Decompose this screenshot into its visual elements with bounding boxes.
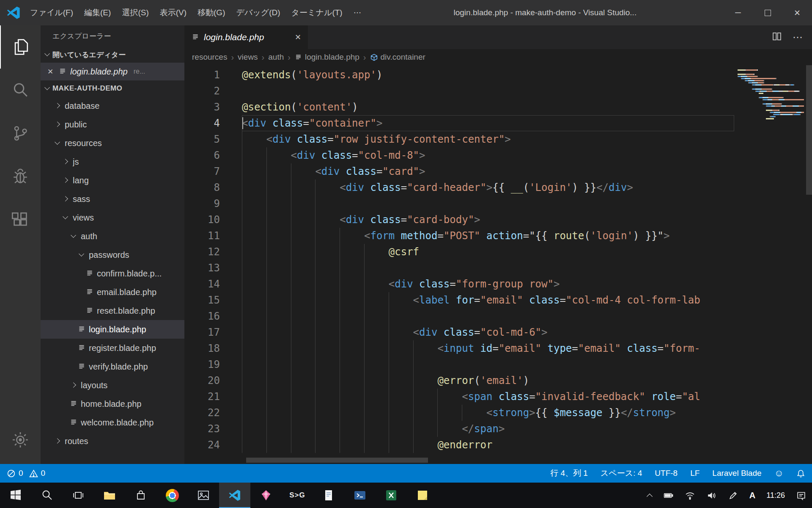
tree-folder-lang[interactable]: lang: [41, 171, 184, 190]
code-line-14[interactable]: <div class="form-group row">: [242, 276, 734, 292]
code-line-1[interactable]: @extends('layouts.app'): [242, 67, 734, 83]
tree-file-confirm-blade-p[interactable]: confirm.blade.p...: [41, 264, 184, 283]
menubar-item-7[interactable]: ⋯: [348, 0, 367, 25]
menubar-item-2[interactable]: 選択(S): [116, 0, 154, 25]
split-editor-icon[interactable]: [772, 32, 782, 43]
code-line-17[interactable]: <div class="col-md-6">: [242, 324, 734, 340]
tree-file-welcome-blade-php[interactable]: welcome.blade.php: [41, 413, 184, 432]
pen-indicator[interactable]: [722, 483, 744, 508]
indentation-setting[interactable]: スペース: 4: [601, 468, 642, 479]
chrome-button[interactable]: [156, 483, 188, 508]
vertical-scrollbar[interactable]: [806, 65, 812, 195]
code-line-7[interactable]: <div class="card">: [242, 163, 734, 179]
code-line-13[interactable]: [242, 260, 734, 276]
menubar-item-4[interactable]: 移動(G): [192, 0, 230, 25]
tab-login-blade-php[interactable]: login.blade.php ✕: [184, 25, 308, 49]
code-line-23[interactable]: </span>: [242, 421, 734, 437]
ime-mode-indicator[interactable]: A: [744, 483, 761, 508]
close-icon[interactable]: ✕: [47, 67, 55, 76]
menubar-item-6[interactable]: ターミナル(T): [286, 0, 348, 25]
clock[interactable]: 11:26: [761, 483, 790, 508]
code-line-11[interactable]: <form method="POST" action="{{ route('lo…: [242, 228, 734, 244]
vscode-taskbar-button[interactable]: [219, 483, 250, 508]
battery-indicator[interactable]: [658, 483, 679, 508]
project-header[interactable]: MAKE-AUTH-DEMO: [41, 80, 184, 97]
breadcrumb-item-auth[interactable]: auth: [268, 52, 284, 62]
tree-folder-public[interactable]: public: [41, 115, 184, 134]
tree-file-reset-blade-php[interactable]: reset.blade.php: [41, 301, 184, 320]
breadcrumb-item-resources[interactable]: resources: [192, 52, 227, 62]
code-line-19[interactable]: [242, 356, 734, 373]
breadcrumb-item-views[interactable]: views: [238, 52, 258, 62]
search-icon[interactable]: [0, 69, 41, 112]
tree-file-email-blade-php[interactable]: email.blade.php: [41, 283, 184, 301]
code-content[interactable]: @extends('layouts.app')@section('content…: [242, 67, 734, 464]
tray-expand-button[interactable]: [642, 483, 658, 508]
code-line-2[interactable]: [242, 83, 734, 99]
settings-gear-icon[interactable]: [0, 418, 41, 461]
smiley-icon[interactable]: ☺: [774, 468, 784, 479]
debug-icon[interactable]: [0, 155, 41, 198]
cursor-position[interactable]: 行 4、列 1: [550, 468, 588, 479]
powershell-button[interactable]: [344, 483, 376, 508]
extensions-icon[interactable]: [0, 198, 41, 241]
code-line-8[interactable]: <div class="card-header">{{ __('Login') …: [242, 179, 734, 196]
tree-folder-routes[interactable]: routes: [41, 432, 184, 450]
code-line-9[interactable]: [242, 196, 734, 212]
open-editor-item[interactable]: ✕ login.blade.php re...: [41, 63, 184, 80]
code-line-24[interactable]: @enderror: [242, 437, 734, 453]
code-line-10[interactable]: <div class="card-body">: [242, 212, 734, 228]
tree-folder-views[interactable]: views: [41, 208, 184, 227]
tree-folder-passwords[interactable]: passwords: [41, 246, 184, 264]
tree-folder-database[interactable]: database: [41, 97, 184, 115]
code-line-3[interactable]: @section('content'): [242, 99, 734, 115]
eol-sequence[interactable]: LF: [690, 469, 700, 478]
diamond-app-button[interactable]: [250, 483, 282, 508]
excel-button[interactable]: [376, 483, 407, 508]
start-button[interactable]: [0, 483, 31, 508]
horizontal-scrollbar[interactable]: [246, 458, 428, 463]
code-line-15[interactable]: <label for="email" class="col-md-4 col-f…: [242, 292, 734, 308]
breadcrumb-item-symbol[interactable]: div.container: [370, 52, 425, 62]
action-center-button[interactable]: [790, 483, 812, 508]
tree-file-verify-blade-php[interactable]: verify.blade.php: [41, 357, 184, 376]
breadcrumb-item-file[interactable]: login.blade.php: [294, 52, 359, 62]
tab-close-icon[interactable]: ✕: [295, 33, 301, 42]
explorer-icon[interactable]: [0, 25, 41, 69]
taskbar-search-button[interactable]: [31, 483, 63, 508]
tree-folder-layouts[interactable]: layouts: [41, 376, 184, 395]
volume-indicator[interactable]: [701, 483, 722, 508]
menubar-item-3[interactable]: 表示(V): [154, 0, 192, 25]
menubar-item-0[interactable]: ファイル(F): [25, 0, 79, 25]
menubar-item-1[interactable]: 編集(E): [79, 0, 116, 25]
code-line-16[interactable]: [242, 308, 734, 324]
code-line-20[interactable]: @error('email'): [242, 373, 734, 389]
menubar-item-5[interactable]: デバッグ(D): [230, 0, 285, 25]
task-view-button[interactable]: [63, 483, 94, 508]
tree-file-register-blade-php[interactable]: register.blade.php: [41, 339, 184, 357]
code-line-6[interactable]: <div class="col-md-8">: [242, 147, 734, 163]
tree-folder-resources[interactable]: resources: [41, 134, 184, 152]
code-line-4[interactable]: <div class="container">: [242, 115, 734, 131]
code-line-12[interactable]: @csrf: [242, 244, 734, 260]
code-line-18[interactable]: <input id="email" type="email" class="fo…: [242, 340, 734, 356]
encoding[interactable]: UTF-8: [655, 469, 678, 478]
language-mode[interactable]: Laravel Blade: [712, 469, 761, 478]
wifi-indicator[interactable]: [679, 483, 701, 508]
tree-folder-sass[interactable]: sass: [41, 190, 184, 208]
source-control-icon[interactable]: [0, 112, 41, 155]
tree-folder-js[interactable]: js: [41, 152, 184, 171]
problems-indicator[interactable]: 0 0: [7, 469, 45, 478]
code-line-5[interactable]: <div class="row justify-content-center">: [242, 131, 734, 147]
store-button[interactable]: [125, 483, 156, 508]
bell-icon[interactable]: [796, 469, 805, 478]
ssg-app-button[interactable]: S>G: [282, 483, 313, 508]
photos-button[interactable]: [188, 483, 219, 508]
tree-folder-auth[interactable]: auth: [41, 227, 184, 246]
minimize-button[interactable]: ─: [723, 0, 753, 25]
maximize-button[interactable]: [753, 0, 782, 25]
more-actions-icon[interactable]: ⋯: [793, 32, 803, 42]
code-line-22[interactable]: <strong>{{ $message }}</strong>: [242, 405, 734, 421]
file-explorer-button[interactable]: [94, 483, 125, 508]
tree-file-home-blade-php[interactable]: home.blade.php: [41, 395, 184, 413]
